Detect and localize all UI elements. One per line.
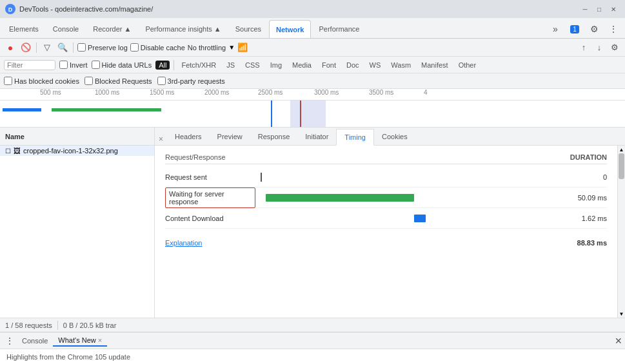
- right-panel: × Headers Preview Response Initiator Tim…: [155, 128, 625, 318]
- filter-type-all[interactable]: All: [155, 61, 170, 70]
- tab-performance-insights[interactable]: Performance insights ▲: [139, 20, 227, 38]
- filter-type-font[interactable]: Font: [319, 61, 339, 70]
- tab-elements[interactable]: Elements: [3, 20, 45, 38]
- notification-badge: 1: [570, 25, 579, 34]
- whats-new-close-button[interactable]: ×: [98, 336, 102, 344]
- timeline-chart[interactable]: [0, 101, 625, 128]
- duration-header-label: DURATION: [570, 153, 607, 161]
- filter-type-fetchxhr[interactable]: Fetch/XHR: [178, 61, 219, 70]
- waiting-bar-area: [261, 187, 563, 207]
- file-row[interactable]: ☐ 🖼 cropped-fav-icon-1-32x32.png: [0, 146, 154, 156]
- tab-initiator[interactable]: Initiator: [297, 128, 336, 145]
- filter-input[interactable]: [4, 60, 55, 70]
- network-settings-button[interactable]: ⚙: [608, 41, 621, 54]
- close-bottom-panel-button[interactable]: ✕: [615, 336, 622, 346]
- tl-vertical-blue: [271, 101, 272, 128]
- filter-type-media[interactable]: Media: [289, 61, 315, 70]
- devtools-icon: D: [5, 4, 15, 14]
- file-checkbox[interactable]: ☐: [5, 148, 11, 155]
- tab-timing[interactable]: Timing: [336, 129, 374, 146]
- scroll-track[interactable]: [618, 153, 625, 310]
- import-button[interactable]: ↑: [577, 41, 590, 54]
- ruler-2500ms: 2500 ms: [258, 89, 283, 96]
- invert-checkbox[interactable]: Invert: [59, 61, 88, 69]
- bottom-tab-whats-new[interactable]: What's New ×: [53, 335, 107, 347]
- ruler-3000ms: 3000 ms: [314, 89, 339, 96]
- ruler-500ms: 500 ms: [40, 89, 61, 96]
- tl-selection: [290, 101, 326, 128]
- request-sent-bar: [261, 173, 262, 182]
- settings-button[interactable]: ⚙: [585, 20, 603, 38]
- tl-bar-blue-1: [3, 108, 41, 111]
- notification-button[interactable]: 1: [566, 20, 584, 38]
- bottom-kebab-button[interactable]: ⋮: [3, 336, 17, 346]
- filter-icon[interactable]: ▽: [41, 41, 54, 54]
- blocked-requests-checkbox[interactable]: Blocked Requests: [84, 77, 152, 85]
- tab-performance[interactable]: Performance: [312, 20, 366, 38]
- filter-type-manifest[interactable]: Manifest: [418, 61, 451, 70]
- scroll-up-button[interactable]: ▲: [618, 146, 625, 153]
- request-response-label: Request/Response: [165, 153, 226, 161]
- filter-type-css[interactable]: CSS: [242, 61, 263, 70]
- more-tabs-button[interactable]: »: [546, 20, 564, 38]
- explanation-link[interactable]: Explanation: [165, 239, 203, 247]
- window-controls[interactable]: ─ □ ✕: [579, 4, 620, 14]
- filter-type-js[interactable]: JS: [223, 61, 238, 70]
- record-button[interactable]: ●: [4, 41, 17, 54]
- wifi-icon: 📶: [237, 43, 248, 52]
- throttle-dropdown-icon[interactable]: ▼: [228, 44, 235, 51]
- clear-button[interactable]: 🚫: [19, 41, 32, 54]
- requests-count: 1 / 58 requests: [5, 321, 52, 329]
- window-title: DevTools - qodeinteractive.com/magazine/: [19, 5, 575, 13]
- filter-type-doc[interactable]: Doc: [343, 61, 362, 70]
- minimize-button[interactable]: ─: [579, 4, 591, 14]
- filter-bar: Invert Hide data URLs All Fetch/XHR JS C…: [0, 57, 625, 73]
- tab-cookies[interactable]: Cookies: [374, 128, 415, 145]
- third-party-requests-checkbox[interactable]: 3rd-party requests: [157, 77, 225, 85]
- request-sent-label: Request sent: [165, 173, 255, 181]
- filter-type-img[interactable]: Img: [267, 61, 285, 70]
- timeline-area: 500 ms 1000 ms 1500 ms 2000 ms 2500 ms 3…: [0, 89, 625, 128]
- preserve-log-checkbox[interactable]: Preserve log: [77, 43, 128, 52]
- filter-type-ws[interactable]: WS: [366, 61, 384, 70]
- toolbar-separator-1: [36, 43, 37, 53]
- detail-scrollbar[interactable]: ▲ ▼: [617, 146, 625, 318]
- maximize-button[interactable]: □: [593, 4, 606, 14]
- tab-recorder[interactable]: Recorder ▲: [86, 20, 137, 38]
- timing-row-download: Content Download 1.62 ms: [165, 208, 607, 229]
- hide-data-urls-checkbox[interactable]: Hide data URLs: [92, 61, 152, 69]
- disable-cache-checkbox[interactable]: Disable cache: [130, 43, 185, 52]
- tl-bar-green: [52, 108, 161, 111]
- export-button[interactable]: ↓: [593, 41, 606, 54]
- highlights-text: Highlights from the Chrome 105 update: [6, 353, 130, 361]
- scroll-thumb[interactable]: [619, 153, 624, 179]
- svg-text:D: D: [8, 6, 13, 13]
- file-icon: 🖼: [14, 147, 21, 155]
- bottom-panel: ⋮ Console What's New × ✕ Highlights from…: [0, 332, 625, 364]
- scroll-down-button[interactable]: ▼: [618, 310, 625, 318]
- tab-network[interactable]: Network: [269, 20, 311, 38]
- bottom-tab-console[interactable]: Console: [17, 336, 53, 346]
- tab-headers[interactable]: Headers: [167, 128, 210, 145]
- tab-response[interactable]: Response: [250, 128, 298, 145]
- transfer-size: 0 B / 20.5 kB trar: [63, 321, 117, 329]
- download-bar-area: [261, 208, 563, 228]
- tab-console[interactable]: Console: [46, 20, 85, 38]
- toolbar-separator-2: [73, 43, 74, 53]
- close-detail-button[interactable]: ×: [157, 133, 164, 145]
- tab-sources[interactable]: Sources: [229, 20, 268, 38]
- timing-footer: Explanation 88.83 ms: [165, 234, 607, 247]
- close-button[interactable]: ✕: [607, 4, 620, 14]
- detail-tabs: × Headers Preview Response Initiator Tim…: [155, 128, 625, 146]
- bottom-content: Highlights from the Chrome 105 update: [0, 349, 625, 364]
- tab-preview[interactable]: Preview: [210, 128, 250, 145]
- more-menu-button[interactable]: ⋮: [604, 20, 622, 38]
- blocked-cookies-checkbox[interactable]: Has blocked cookies: [4, 77, 79, 85]
- download-bar: [414, 215, 426, 222]
- filter-type-other[interactable]: Other: [455, 61, 480, 70]
- waiting-bar: [266, 194, 414, 202]
- checkbox-bar: Has blocked cookies Blocked Requests 3rd…: [0, 73, 625, 89]
- search-icon[interactable]: 🔍: [56, 41, 69, 54]
- left-panel: Name ☐ 🖼 cropped-fav-icon-1-32x32.png: [0, 128, 155, 318]
- filter-type-wasm[interactable]: Wasm: [388, 61, 414, 70]
